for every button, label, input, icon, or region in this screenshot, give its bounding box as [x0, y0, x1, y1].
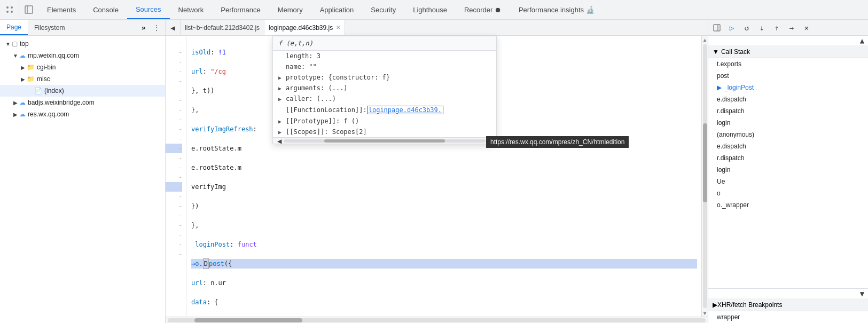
sidebar-tab-filesystem[interactable]: Filesystem: [28, 20, 71, 35]
call-stack-item-login[interactable]: login: [708, 117, 868, 129]
tab-application[interactable]: Application: [311, 0, 363, 19]
popup-item-length: length: 3: [273, 51, 496, 61]
call-stack-header[interactable]: ▼ Call Stack: [708, 45, 868, 58]
tree-item-index[interactable]: 📄 (index): [0, 85, 165, 97]
sidebar: Page Filesystem » ⋮ ▼ ▢ top ▼ ☁ mp.weixi…: [0, 20, 166, 323]
h-scroll-track[interactable]: [168, 318, 706, 322]
popup-scrollbar[interactable]: ◀ ▶: [273, 137, 496, 144]
tab-elements[interactable]: Elements: [38, 0, 84, 19]
tab-memory[interactable]: Memory: [269, 0, 311, 19]
popup-scroll-thumb[interactable]: [324, 139, 445, 143]
call-stack-item-login2[interactable]: login: [708, 164, 868, 176]
popup-scroll-track[interactable]: [284, 139, 485, 143]
tree-item-res[interactable]: ▶ ☁ res.wx.qq.com: [0, 108, 165, 120]
expand-arrow-mp: ▼: [12, 53, 19, 59]
editor-tabs: ◀ list~b~default.212d3402.js loginpage.d…: [166, 20, 708, 36]
scroll-down-btn[interactable]: ▼: [703, 309, 706, 317]
tab-close-loginpage[interactable]: ✕: [336, 25, 340, 30]
call-stack-item-owrapper[interactable]: o._wrapper: [708, 199, 868, 211]
code-line-12: →o.Dpost({: [191, 259, 697, 269]
tree-item-top[interactable]: ▼ ▢ top: [0, 38, 165, 50]
folder-icon-misc: 📁: [27, 75, 35, 83]
call-stack-list: t.exports post ▶ _loginPost e.dispatch r…: [708, 58, 868, 288]
function-location-link[interactable]: loginpage.d46c3b39.: [367, 106, 443, 114]
scroll-track[interactable]: [703, 44, 707, 308]
popup-item-name: name: "": [273, 61, 496, 72]
tab-perf-insights[interactable]: Performance insights 🔬: [510, 0, 603, 19]
resume-btn[interactable]: ▷: [725, 21, 738, 34]
step-btn[interactable]: →: [785, 21, 798, 34]
tree-item-misc[interactable]: ▶ 📁 misc: [0, 73, 165, 85]
tab-security[interactable]: Security: [362, 0, 404, 19]
popup-item-function-location: [[FunctionLocation]]: loginpage.d46c3b39…: [273, 104, 496, 116]
call-stack-item-post[interactable]: post: [708, 70, 868, 82]
file-icon-index: 📄: [34, 87, 42, 94]
expand-arrow-res: ▶: [12, 112, 19, 117]
sidebar-more-button[interactable]: »: [137, 23, 150, 32]
tab-console[interactable]: Console: [84, 0, 127, 19]
call-stack-item-anonymous[interactable]: (anonymous): [708, 129, 868, 140]
step-over-btn[interactable]: ↺: [740, 21, 753, 34]
svg-rect-4: [25, 6, 33, 13]
expand-arrow-top: ▼: [4, 41, 12, 47]
call-stack-item-o[interactable]: o: [708, 187, 868, 199]
sidebar-tab-page[interactable]: Page: [0, 20, 28, 35]
breakpoints-section: ▼ ▶ XHR/fetch Breakpoints wrapper: [708, 288, 868, 323]
scroll-up-btn[interactable]: ▲: [703, 36, 706, 43]
popup-item-prototype[interactable]: ▶ prototype: {constructor: f}: [273, 72, 496, 83]
code-line-13: url: n.ur: [191, 278, 697, 288]
nav-tabs: Elements Console Sources Network Perform…: [38, 0, 603, 19]
editor-nav-back[interactable]: ◀: [166, 20, 181, 36]
tab-performance[interactable]: Performance: [212, 0, 269, 19]
popup-item-scopes[interactable]: ▶ [[Scopes]]: Scopes[2]: [273, 127, 496, 137]
editor-vertical-scrollbar[interactable]: ▲ ▼: [701, 36, 708, 317]
folder-icon-top: ▢: [12, 40, 18, 48]
sidebar-menu-button[interactable]: ⋮: [150, 21, 163, 34]
debug-toolbar: ▷ ↺ ↓ ↑ → ✕: [708, 20, 868, 36]
editor-tab-list[interactable]: list~b~default.212d3402.js: [181, 20, 264, 36]
tab-network[interactable]: Network: [170, 0, 213, 19]
call-stack-item-edispatch[interactable]: e.dispatch: [708, 93, 868, 105]
tab-sources[interactable]: Sources: [127, 0, 170, 19]
tree-item-badjs[interactable]: ▶ ☁ badjs.weixinbridge.com: [0, 97, 165, 108]
tree-item-mp-weixin[interactable]: ▼ ☁ mp.weixin.qq.com: [0, 50, 165, 61]
cloud-icon-res: ☁: [19, 111, 26, 118]
main-container: Page Filesystem » ⋮ ▼ ▢ top ▼ ☁ mp.weixi…: [0, 20, 868, 323]
step-into-btn[interactable]: ↓: [755, 21, 768, 34]
step-out-btn[interactable]: ↑: [770, 21, 783, 34]
popup-item-caller[interactable]: ▶ caller: (...): [273, 93, 496, 104]
devtools-icon[interactable]: [0, 0, 19, 20]
call-stack-item-rdispatch2[interactable]: r.dispatch: [708, 152, 868, 164]
call-stack-item-edispatch2[interactable]: e.dispatch: [708, 140, 868, 152]
call-stack-item-rdispatch[interactable]: r.dispatch: [708, 105, 868, 117]
call-stack-item-ue[interactable]: Ue: [708, 176, 868, 187]
editor-horizontal-scrollbar[interactable]: [166, 317, 708, 323]
call-stack-item-loginpost[interactable]: ▶ _loginPost: [708, 82, 868, 93]
tab-lighthouse[interactable]: Lighthouse: [404, 0, 456, 19]
active-arrow: ▶: [717, 84, 722, 91]
popup-item-arguments[interactable]: ▶ arguments: (...): [273, 83, 496, 93]
cloud-icon-mp: ☁: [19, 52, 26, 59]
code-line-14: data: {: [191, 297, 697, 307]
scroll-up-indicator[interactable]: ▲: [858, 37, 866, 44]
h-scroll-thumb[interactable]: [194, 318, 302, 322]
editor-tab-loginpage[interactable]: loginpage.d46c3b39.js ✕: [264, 20, 345, 36]
call-stack-item-texports[interactable]: t.exports: [708, 58, 868, 70]
popup-header: f (e,t,n): [273, 36, 496, 51]
expand-arrow-cgi: ▶: [19, 65, 27, 70]
svg-point-2: [6, 11, 9, 13]
cloud-icon-badjs: ☁: [19, 99, 26, 106]
deactivate-breakpoints-btn[interactable]: ✕: [800, 21, 813, 34]
panel-toggle-right[interactable]: [710, 21, 723, 34]
tab-recorder[interactable]: Recorder ⏺: [456, 0, 510, 19]
popup-scroll-left[interactable]: ◀: [275, 137, 284, 145]
popup-item-proto[interactable]: ▶ [[Prototype]]: f (): [273, 116, 496, 127]
breakpoints-header[interactable]: ▶ XHR/fetch Breakpoints: [708, 298, 868, 311]
scroll-thumb[interactable]: [703, 123, 707, 202]
tree-item-cgi-bin[interactable]: ▶ 📁 cgi-bin: [0, 61, 165, 73]
popup-scroll-right[interactable]: ▶: [486, 137, 494, 145]
code-line-7: e.rootState.m: [191, 163, 697, 172]
scroll-down-indicator[interactable]: ▼: [858, 290, 866, 297]
panel-toggle-icon[interactable]: [19, 0, 38, 20]
code-line-10: },: [191, 220, 697, 230]
